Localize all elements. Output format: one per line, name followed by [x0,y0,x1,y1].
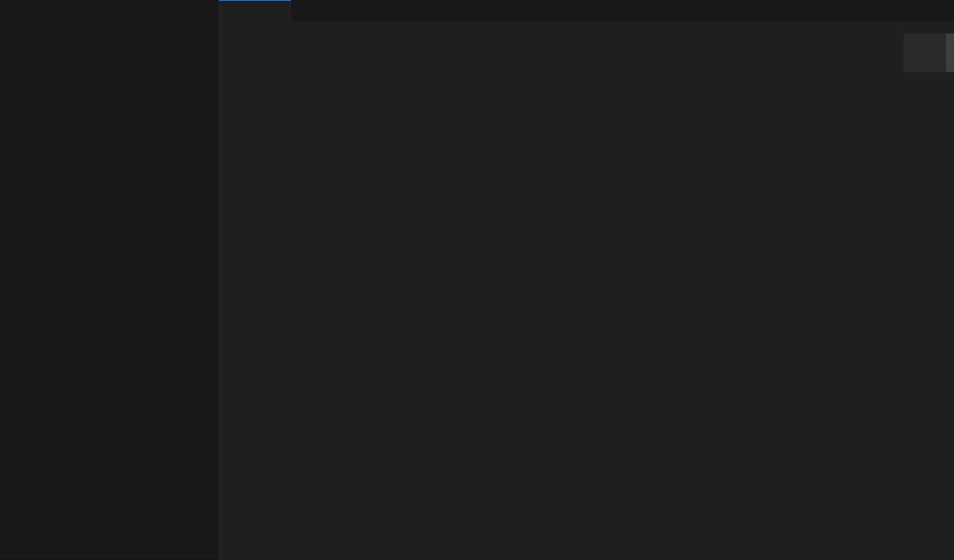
workspace-section-header[interactable] [0,21,219,34]
scrollbar-slider[interactable] [946,33,954,72]
explorer-sidebar [0,0,219,560]
ide-window [0,0,954,560]
explorer-header [0,0,219,21]
overview-ruler[interactable] [946,22,954,560]
tab-bar [219,0,954,22]
breadcrumb [219,22,954,35]
php-file-icon [224,8,232,15]
tab-userphp[interactable] [219,0,291,22]
minimap-viewport[interactable] [904,33,947,72]
timeline-section-header[interactable] [0,557,219,560]
minimap[interactable] [904,22,947,560]
code-editor[interactable] [219,35,904,560]
